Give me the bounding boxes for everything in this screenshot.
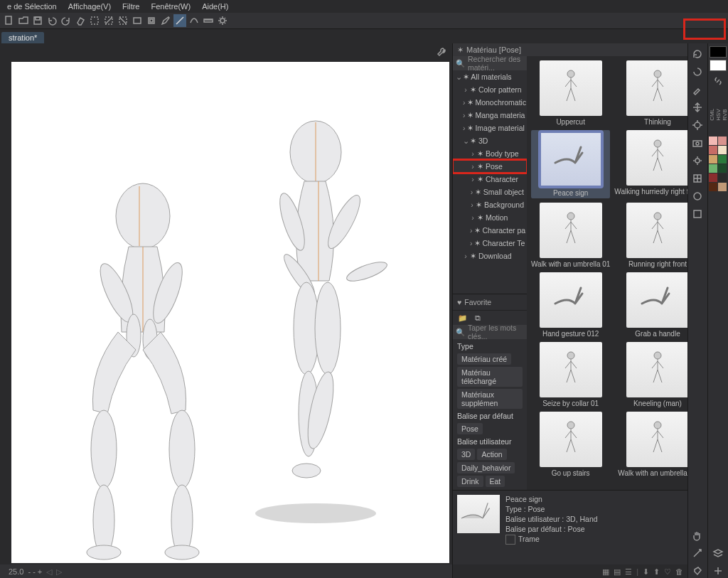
heart-icon[interactable]: ♡: [664, 567, 671, 577]
pose-thumb-kneeling-man-[interactable]: Kneeling (man): [614, 342, 687, 407]
pose-thumb-walk-with-an-umbrella-01[interactable]: Walk with an umbrella 01: [531, 203, 610, 268]
pose-thumb-go-up-stairs[interactable]: Go up stairs: [531, 412, 610, 477]
import-icon[interactable]: ⬇: [643, 567, 649, 577]
tree-item-all-materials[interactable]: ⌄✶ All materials: [453, 70, 527, 83]
select-all-icon[interactable]: [88, 14, 101, 27]
bucket-icon[interactable]: [690, 563, 705, 578]
tree-item-manga-materia[interactable]: ›✶ Manga materia: [453, 109, 527, 122]
curve-icon[interactable]: [188, 14, 200, 27]
texture-icon[interactable]: [690, 206, 705, 222]
tag-drink[interactable]: Drink: [457, 476, 483, 487]
bg-color-swatch[interactable]: [710, 60, 727, 71]
locate-icon[interactable]: [690, 117, 705, 133]
shrink-icon[interactable]: [145, 14, 158, 27]
chain-icon[interactable]: [710, 73, 726, 89]
refresh-icon[interactable]: [690, 46, 705, 62]
ruler-icon[interactable]: [202, 14, 215, 27]
redo-icon[interactable]: [60, 14, 73, 27]
canvas[interactable]: [11, 62, 449, 563]
favorite-row[interactable]: ♥ Favorite: [453, 294, 527, 310]
swatch[interactable]: [718, 137, 727, 145]
undo-icon[interactable]: [46, 14, 58, 27]
tree-item-pose[interactable]: ›✶ Pose: [453, 160, 527, 173]
erase-icon[interactable]: [74, 14, 87, 27]
pen-icon[interactable]: [159, 14, 172, 27]
rect-icon[interactable]: [131, 14, 144, 27]
hand-icon[interactable]: [690, 528, 705, 543]
tree-item-3d[interactable]: ⌄✶ 3D: [453, 134, 527, 147]
tree-item-motion[interactable]: ›✶ Motion: [453, 211, 527, 224]
pose-thumb-walk-with-an-umbrella-03[interactable]: Walk with an umbrella 03: [614, 412, 687, 477]
menu-view[interactable]: Affichage(V): [64, 2, 115, 11]
swatch[interactable]: [718, 173, 727, 182]
folder-icon[interactable]: 📁: [456, 311, 469, 324]
pose-thumb-uppercut[interactable]: Uppercut: [531, 60, 610, 126]
tag-action[interactable]: Action: [477, 449, 506, 460]
pose-thumb-seize-by-collar-01[interactable]: Seize by collar 01: [531, 342, 610, 407]
new-file-icon[interactable]: [3, 14, 16, 27]
swatch[interactable]: [709, 173, 717, 182]
tree-item-background[interactable]: ›✶ Background: [453, 198, 527, 211]
invert-icon[interactable]: [117, 14, 129, 27]
3d-figure-female[interactable]: [239, 115, 402, 549]
pose-thumb-peace-sign[interactable]: Peace sign: [531, 130, 610, 198]
rotate-icon[interactable]: [690, 64, 705, 80]
save-icon[interactable]: [31, 14, 44, 27]
3d-figure-male[interactable]: [68, 179, 218, 563]
export-icon[interactable]: ⬆: [653, 567, 660, 577]
swatch[interactable]: [718, 146, 727, 154]
material-icon[interactable]: [690, 188, 705, 204]
picker-icon[interactable]: [690, 82, 705, 97]
open-icon[interactable]: [17, 14, 30, 27]
swatch[interactable]: [709, 164, 717, 173]
tag-matériaux supplémen[interactable]: Matériaux supplémen: [457, 389, 523, 409]
tree-item-small-object[interactable]: ›✶ Small object: [453, 186, 527, 198]
grid-large-icon[interactable]: ▦: [602, 567, 609, 577]
tree-item-download[interactable]: ›✶ Download: [453, 250, 527, 262]
document-tab[interactable]: stration*: [1, 32, 44, 43]
trash-icon[interactable]: 🗑: [675, 567, 683, 576]
tree-item-color-pattern[interactable]: ›✶ Color pattern: [453, 83, 527, 96]
move-icon[interactable]: [690, 100, 705, 115]
wrench-icon[interactable]: [435, 46, 448, 58]
tree-item-monochromatic[interactable]: ›✶ Monochromatic: [453, 96, 527, 109]
deselect-icon[interactable]: [102, 14, 115, 27]
fg-color-swatch[interactable]: [710, 46, 727, 58]
tag-daily_behavior[interactable]: Daily_behavior: [457, 462, 515, 473]
pose-thumb-grab-a-handle[interactable]: Grab a handle: [614, 272, 687, 338]
swatch[interactable]: [709, 183, 717, 191]
swatch[interactable]: [709, 155, 717, 164]
tree-item-character[interactable]: ›✶ Character: [453, 173, 527, 186]
grid-small-icon[interactable]: ▤: [614, 567, 621, 577]
tag-matériau téléchargé[interactable]: Matériau téléchargé: [457, 367, 523, 387]
tag-pose[interactable]: Pose: [457, 423, 483, 434]
tag-matériau créé[interactable]: Matériau créé: [457, 353, 511, 365]
tree-item-character-pa[interactable]: ›✶ Character pa: [453, 224, 527, 237]
light-icon[interactable]: [690, 153, 705, 168]
menu-window[interactable]: Fenêtre(W): [147, 2, 196, 11]
grid-icon[interactable]: [690, 171, 705, 186]
knife-icon[interactable]: [690, 545, 705, 561]
camera-icon[interactable]: [690, 135, 705, 151]
copy-icon[interactable]: ⧉: [471, 311, 484, 324]
pose-thumb-hand-gesture-012[interactable]: Hand gesture 012: [531, 272, 610, 338]
plus-icon[interactable]: [710, 563, 726, 578]
pose-thumb-running-right-front[interactable]: Running right front: [614, 203, 687, 268]
swatch[interactable]: [709, 137, 717, 145]
menu-help[interactable]: Aide(H): [198, 2, 232, 11]
pose-thumb-thinking[interactable]: Thinking: [614, 60, 687, 126]
zoom-stepper[interactable]: - - +: [28, 567, 42, 576]
list-icon[interactable]: ☰: [625, 567, 632, 577]
keyword-search[interactable]: 🔍 Taper les mots clés...: [453, 325, 527, 339]
swatch[interactable]: [718, 183, 727, 191]
tree-item-image-material[interactable]: ›✶ Image material: [453, 122, 527, 134]
tag-eat[interactable]: Eat: [486, 476, 505, 487]
swatch[interactable]: [718, 155, 727, 164]
menu-selection[interactable]: e de Sélection: [3, 2, 61, 11]
tag-3d[interactable]: 3D: [457, 449, 475, 460]
tree-item-character-te[interactable]: ›✶ Character Te: [453, 237, 527, 250]
pose-thumb-walking-hurriedly-right-front[interactable]: Walking hurriedly right front: [614, 130, 687, 198]
gear-icon[interactable]: [216, 14, 229, 27]
swatch[interactable]: [718, 164, 727, 173]
line-icon[interactable]: [173, 14, 186, 27]
